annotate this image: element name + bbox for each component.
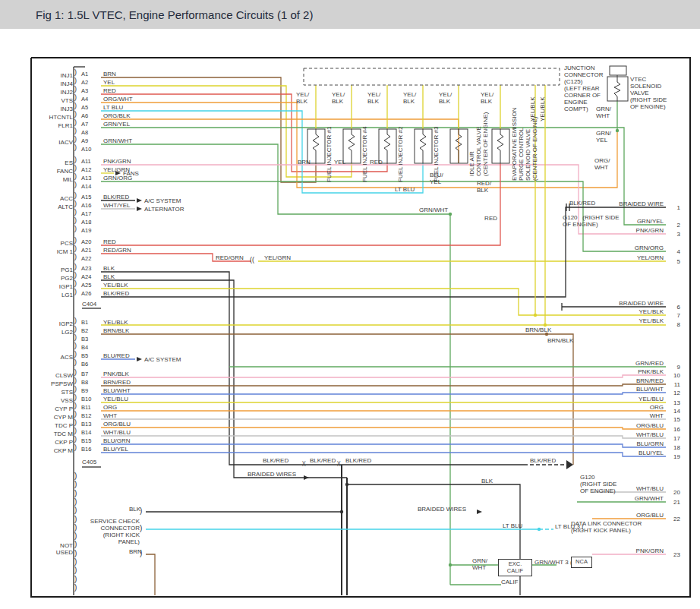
pin-id: B16 (81, 446, 91, 453)
pin-bracket-icon: ) (74, 103, 77, 109)
pin-bracket-icon: ) (74, 192, 77, 199)
pin-id: A6 (81, 112, 88, 119)
wire-label: CALIF (501, 579, 519, 585)
pin-bracket-icon: ) (74, 86, 77, 93)
pin-bracket-icon: ) (74, 77, 77, 84)
edge-wire-number: 8 (668, 321, 680, 328)
wire-label: YEL/GRN (264, 254, 291, 261)
ecm-left-label: INJ3 (41, 106, 73, 112)
edge-wire-label: PNK/GRN (600, 547, 664, 554)
component-label: FUEL INJECTOR #3 (433, 127, 440, 182)
pin-bracket-icon: ) (74, 317, 77, 324)
ecm-left-label: LG1 (41, 292, 73, 298)
edge-wire-label: ORG (600, 404, 664, 411)
edge-wire-number: 21 (668, 499, 680, 506)
pin-wire-name: YEL/BLK (103, 319, 128, 326)
pin-wire-name: ORG/WHT (103, 96, 133, 103)
wire-label: BRN (298, 159, 311, 166)
alternator-label: ALTERNATOR (144, 206, 184, 213)
pin-id: A18 (81, 219, 91, 226)
exc-calif-box: EXC. CALIF (498, 559, 532, 576)
edge-wire-label: YEL/BLK (600, 317, 664, 324)
pin-id: A12 (81, 166, 91, 173)
pin-id: A14 (81, 183, 91, 190)
ecm-left-label: LG2 (41, 329, 73, 336)
pin-id: B5 (81, 352, 88, 359)
ecm-left-label: INJ4 (41, 80, 73, 87)
pin-wire-name: WHT/BLU (103, 429, 131, 436)
edge-wire-label: PNK/GRN (600, 227, 664, 234)
edge-wire-label: BRN/RED (600, 377, 664, 384)
ecm-left-label: TDC P (41, 422, 73, 429)
edge-wire-number: 20 (668, 489, 680, 496)
pin-bracket-icon: ) (74, 394, 77, 401)
edge-wire-label: BLU/WHT (600, 386, 664, 393)
ecm-left-label: PCS (41, 240, 73, 247)
pin-bracket-icon: ) (74, 490, 77, 497)
pin-id: A16 (81, 202, 91, 209)
pin-id: B8 (81, 379, 88, 386)
pin-bracket-icon: ) (74, 369, 77, 376)
pin-wire-name: BLU/GRN (103, 437, 131, 444)
pin-id: A1 (81, 71, 88, 77)
ecm-left-label: PG1 (41, 267, 73, 273)
pin-bracket-icon: ) (74, 263, 77, 270)
edge-wire-number: 19 (668, 453, 680, 460)
pin-wire-name: YEL/BLU (103, 396, 128, 402)
pin-bracket-icon: ) (74, 173, 77, 180)
edge-wire-number: 16 (668, 426, 680, 433)
vtec-valve-label: VTEC SOLENOID VALVE (RIGHT SIDE OF ENGIN… (630, 76, 667, 110)
pin-bracket-icon: ) (74, 254, 77, 260)
wire-label: YEL/ BLK (439, 91, 452, 105)
wire-label: YEL (334, 159, 345, 166)
inline-connector-icon: (( (250, 257, 254, 263)
pin-wire-name: LT BLU (103, 104, 123, 111)
ecm-left-label: IACV (41, 139, 73, 146)
edge-wire-label: BRAIDED WIRE (600, 200, 664, 207)
pin-id: A10 (81, 146, 91, 153)
edge-wire-number: 15 (668, 416, 680, 423)
wire-label: LT BLU (395, 186, 415, 193)
ecm-left-label: CLSW (41, 372, 73, 379)
nca-box: NCA (571, 557, 592, 568)
wire-label: YEL/ BLK (296, 91, 309, 105)
pin-bracket-icon: ) (74, 209, 77, 216)
pin-wire-name: YEL (103, 79, 115, 86)
wire-label: YEL/BLK (529, 97, 536, 121)
connector-label: C405 (82, 459, 96, 465)
inline-connector-icon: )( (302, 459, 306, 466)
pin-bracket-icon: ) (74, 226, 77, 232)
ecm-left-label: IGP2 (41, 320, 73, 327)
pin-id: A25 (81, 282, 91, 289)
edge-wire-label: BLU/GRN (600, 440, 664, 447)
wire-label: BLK/RED (530, 457, 556, 464)
pin-bracket-icon: ) (74, 377, 77, 384)
pin-bracket-icon: ) (74, 576, 77, 582)
pin-bracket-icon: ) (74, 444, 77, 451)
component-label: FUEL INJECTOR #4 (361, 127, 368, 182)
ecm-left-label: PSPSW (41, 380, 73, 387)
pin-bracket-icon: ) (74, 165, 77, 172)
pin-wire-name: RED (103, 87, 116, 94)
pin-bracket-icon: ) (74, 128, 77, 134)
wiring-diagram: )A1BRN)A2YEL)A3RED)A4ORG/WHT)A5LT BLU)A6… (0, 0, 700, 609)
pin-wire-name: ORG/BLK (103, 112, 131, 119)
pin-bracket-icon: ) (74, 119, 77, 126)
pin-id: A26 (81, 290, 91, 297)
pin-id: A9 (81, 137, 88, 144)
wire-label: GRN/ YEL (596, 130, 611, 144)
pin-bracket-icon: ) (140, 507, 142, 514)
wire-label: BLK (129, 506, 140, 513)
pin-bracket-icon: ) (74, 156, 77, 163)
pin-wire-name: ORG (103, 404, 117, 411)
ecm-left-label: VSS (41, 397, 73, 404)
edge-wire-label: YEL/GRN (600, 254, 664, 261)
ecm-left-label: STS (41, 389, 73, 396)
pin-bracket-icon: ) (74, 245, 77, 252)
pin-bracket-icon: ) (74, 69, 77, 76)
pin-id: B12 (81, 412, 91, 419)
pin-bracket-icon: ) (74, 498, 77, 505)
edge-wire-number: 13 (668, 399, 680, 406)
connector-label: C404 (82, 301, 96, 308)
pin-wire-name: BRN/RED (103, 379, 131, 386)
